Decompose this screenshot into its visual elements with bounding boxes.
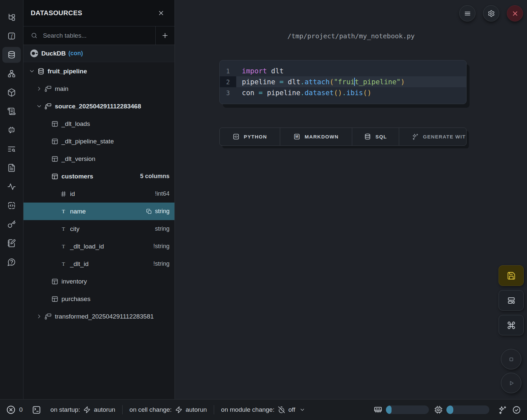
sidebar-item-datasources[interactable] bbox=[2, 47, 21, 63]
chevron-right-icon[interactable] bbox=[36, 313, 42, 320]
sidebar-item-scratchpad[interactable] bbox=[2, 198, 21, 213]
sidebar-item-dependencies[interactable] bbox=[2, 66, 21, 82]
search-input[interactable] bbox=[42, 32, 155, 40]
sidebar-item-help[interactable] bbox=[2, 254, 21, 270]
tree-row-label: customers bbox=[61, 173, 93, 180]
database-icon bbox=[37, 68, 45, 75]
tree-row-main[interactable]: main bbox=[23, 80, 174, 97]
typeT-icon: T bbox=[60, 225, 67, 233]
add-button-label: SQL bbox=[375, 134, 387, 139]
tree-row-label: source_202504291112283468 bbox=[55, 103, 141, 110]
connection-name: DuckDB bbox=[41, 50, 66, 57]
tree-row-label: _dlt_loads bbox=[61, 120, 90, 128]
error-indicator[interactable]: 0 bbox=[6, 405, 23, 415]
tree-row-source-202504291112283468[interactable]: source_202504291112283468 bbox=[23, 97, 174, 115]
memory-meter-track bbox=[386, 405, 429, 414]
chevron-down-icon[interactable] bbox=[36, 103, 42, 109]
schema-icon bbox=[45, 313, 52, 320]
tree-row-transformed-202504291112283581[interactable]: transformed_202504291112283581 bbox=[23, 308, 174, 325]
svg-text:f: f bbox=[11, 33, 13, 39]
sidebar-item-tracebacks[interactable] bbox=[2, 141, 21, 157]
setting-on-module-change[interactable]: on module change:off bbox=[221, 406, 305, 413]
setting-on-cell-change[interactable]: on cell change:autorun bbox=[130, 406, 207, 413]
tree-row-dlt-load-id[interactable]: T_dlt_load_id!string bbox=[23, 238, 174, 255]
sidebar-item-ai-chat[interactable] bbox=[2, 122, 21, 138]
box-icon bbox=[7, 88, 16, 97]
tree-row-city[interactable]: Tcitystring bbox=[23, 220, 174, 238]
run-button[interactable] bbox=[501, 373, 521, 393]
zap-icon bbox=[83, 406, 91, 413]
help-icon bbox=[7, 258, 16, 266]
add-generate-wit-button[interactable]: GENERATE WIT bbox=[399, 128, 466, 145]
stop-button[interactable] bbox=[501, 349, 521, 369]
tree-row-name[interactable]: Tnamestring bbox=[23, 203, 174, 220]
connection-status-icon[interactable] bbox=[512, 405, 521, 414]
sparkles-icon bbox=[412, 133, 419, 140]
sidebar-item-notebook[interactable] bbox=[2, 235, 21, 251]
tree-row-label: main bbox=[55, 85, 68, 93]
shutdown-button[interactable] bbox=[507, 5, 523, 21]
tree-row-meta: !string bbox=[153, 243, 169, 250]
sidebar-item-documentation[interactable] bbox=[2, 160, 21, 176]
column-type: string bbox=[155, 208, 169, 215]
code-line[interactable]: 1import dlt bbox=[220, 65, 466, 76]
tree-row-dlt-version[interactable]: _dlt_version bbox=[23, 150, 174, 168]
connection-alias: (con) bbox=[68, 50, 83, 57]
terminal-button[interactable] bbox=[32, 405, 41, 415]
m-box-icon: M bbox=[293, 133, 300, 140]
tree-row-fruit-pipeline[interactable]: fruit_pipeline bbox=[23, 62, 174, 80]
setting-on-startup[interactable]: on startup:autorun bbox=[51, 406, 115, 413]
code-line[interactable]: 2pipeline = dlt.attach("fruit_pipeline") bbox=[220, 76, 466, 87]
keyboard-shortcuts-button[interactable] bbox=[499, 315, 524, 335]
ai-sparkles-icon[interactable] bbox=[498, 405, 507, 414]
tree-row-inventory[interactable]: inventory bbox=[23, 273, 174, 290]
sidebar-item-secrets[interactable] bbox=[2, 216, 21, 232]
plus-icon bbox=[161, 32, 169, 39]
cpu-meter bbox=[434, 405, 489, 414]
table-icon bbox=[51, 278, 58, 285]
schema-icon bbox=[45, 85, 52, 93]
add-python-button[interactable]: PYTHON bbox=[220, 128, 280, 145]
code-cell[interactable]: 1import dlt2pipeline = dlt.attach("fruit… bbox=[219, 60, 467, 104]
save-button[interactable] bbox=[499, 265, 524, 286]
panel-title: DATASOURCES bbox=[31, 9, 158, 17]
tree-row-label: id bbox=[70, 190, 75, 198]
code-line[interactable]: 3con = pipeline.dataset().ibis() bbox=[220, 87, 466, 98]
tree-row-id[interactable]: id!int64 bbox=[23, 185, 174, 203]
close-panel-icon[interactable] bbox=[158, 10, 165, 17]
database-icon bbox=[364, 133, 371, 140]
tree-row-purchases[interactable]: purchases bbox=[23, 290, 174, 308]
tree-row-label: purchases bbox=[61, 295, 91, 303]
chevron-right-icon[interactable] bbox=[36, 86, 42, 92]
memory-meter-fill bbox=[386, 405, 392, 414]
table-icon bbox=[51, 173, 58, 180]
sidebar-item-packages[interactable] bbox=[2, 85, 21, 100]
memory-meter bbox=[374, 405, 429, 414]
sidebar-item-file-explorer[interactable] bbox=[2, 9, 21, 25]
add-markdown-button[interactable]: MMARKDOWN bbox=[280, 128, 352, 145]
sidebar-item-runtime[interactable] bbox=[2, 179, 21, 195]
column-type: !string bbox=[153, 260, 169, 267]
connection-row[interactable]: DuckDB (con) bbox=[23, 45, 174, 62]
tree-row-dlt-id[interactable]: T_dlt_id!string bbox=[23, 255, 174, 273]
scroll-icon bbox=[7, 107, 16, 116]
tree-row-meta: string bbox=[155, 225, 169, 232]
sidebar-item-functions[interactable]: f bbox=[2, 28, 21, 44]
typeT-icon: T bbox=[60, 208, 67, 215]
tree-row-label: name bbox=[70, 208, 86, 215]
layout-button[interactable] bbox=[499, 290, 524, 311]
add-button-label: GENERATE WIT bbox=[423, 134, 466, 139]
menu-button[interactable] bbox=[459, 5, 475, 21]
tree-row-dlt-pipeline-state[interactable]: _dlt_pipeline_state bbox=[23, 133, 174, 150]
tree-row-customers[interactable]: customers5 columns bbox=[23, 168, 174, 185]
add-button-label: MARKDOWN bbox=[305, 134, 339, 139]
copy-icon[interactable] bbox=[146, 209, 152, 214]
settings-button[interactable] bbox=[483, 5, 499, 21]
chevron-down-icon[interactable] bbox=[29, 68, 35, 74]
chevron-down-icon[interactable] bbox=[299, 407, 305, 413]
sidebar-item-logs[interactable] bbox=[2, 103, 21, 119]
add-sql-button[interactable]: SQL bbox=[352, 128, 399, 145]
tree-row-dlt-loads[interactable]: _dlt_loads bbox=[23, 115, 174, 133]
add-datasource-button[interactable] bbox=[155, 26, 174, 45]
key-icon bbox=[7, 220, 16, 229]
